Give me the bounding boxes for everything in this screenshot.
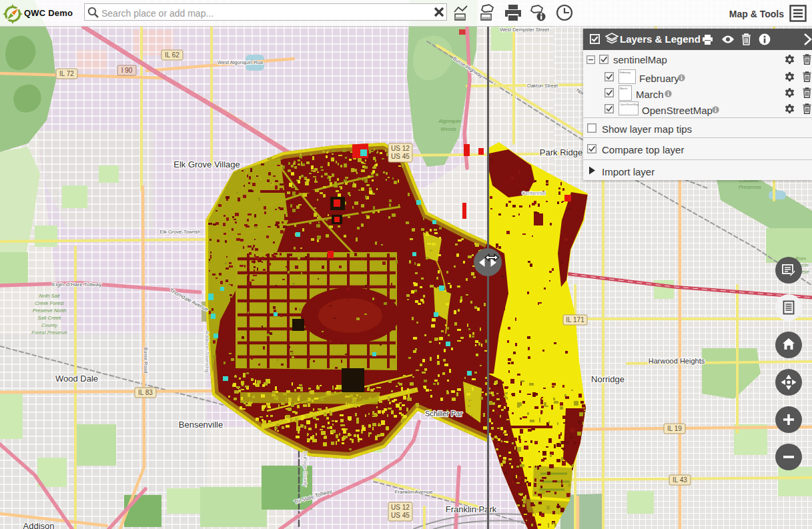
svg-text:IL 72: IL 72 — [59, 70, 74, 77]
svg-text:Centennial: Centennial — [522, 190, 546, 196]
svg-text:Schiller Par: Schiller Par — [425, 410, 463, 418]
svg-text:Algonquin: Algonquin — [438, 118, 460, 124]
svg-text:Forest Preserve: Forest Preserve — [31, 330, 67, 336]
svg-text:Woods: Woods — [440, 126, 456, 132]
svg-text:Addison Township: Addison Township — [204, 331, 210, 374]
svg-text:US 12: US 12 — [391, 145, 410, 152]
svg-text:IL 62: IL 62 — [165, 51, 179, 59]
svg-text:Park Ridge: Park Ridge — [540, 147, 582, 157]
svg-text:Addison: Addison — [23, 521, 55, 529]
svg-text:Harwood Heights: Harwood Heights — [649, 357, 705, 365]
svg-text:Wood Dale: Wood Dale — [55, 374, 98, 384]
svg-text:US 12: US 12 — [391, 504, 410, 511]
svg-text:I 90: I 90 — [121, 67, 133, 74]
svg-text:Elgin-O'Hare Tollway: Elgin-O'Hare Tollway — [52, 282, 101, 288]
svg-text:DuPage County: DuPage County — [302, 452, 308, 487]
svg-text:IL 171: IL 171 — [566, 316, 584, 324]
svg-text:US 45: US 45 — [391, 153, 410, 160]
svg-text:IL 43: IL 43 — [673, 476, 687, 484]
svg-text:Bensenville: Bensenville — [179, 420, 224, 430]
svg-text:Noth Salt: Noth Salt — [39, 293, 61, 299]
svg-text:West Dempster Street: West Dempster Street — [500, 27, 550, 33]
svg-text:IL 19: IL 19 — [667, 425, 682, 432]
svg-text:Norridge: Norridge — [591, 374, 625, 384]
svg-text:US 45: US 45 — [391, 512, 410, 519]
svg-text:Oakton Street: Oakton Street — [527, 83, 558, 89]
svg-text:Elk Grove-Townsh: Elk Grove-Townsh — [160, 229, 201, 235]
svg-text:Busse Road: Busse Road — [143, 348, 148, 373]
svg-text:Preserves: Preserves — [739, 184, 761, 190]
svg-text:Franklin Avenue: Franklin Avenue — [394, 489, 433, 495]
svg-text:Salt Creek: Salt Creek — [37, 315, 61, 321]
svg-text:IL 83: IL 83 — [138, 389, 153, 396]
svg-text:Creek Forest: Creek Forest — [35, 300, 64, 306]
svg-text:County: County — [41, 322, 58, 328]
svg-text:West Algonquin Roa: West Algonquin Roa — [218, 59, 264, 65]
svg-text:Franklin Park: Franklin Park — [446, 504, 497, 514]
svg-text:Preserve North: Preserve North — [33, 308, 66, 314]
svg-text:Elk Grove Village: Elk Grove Village — [173, 159, 240, 169]
